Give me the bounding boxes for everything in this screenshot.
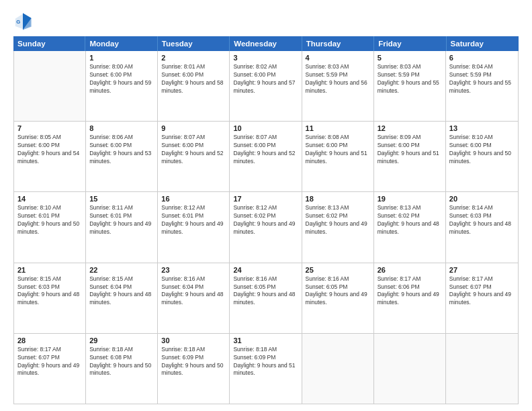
day-cell-28: 28 Sunrise: 8:17 AM Sunset: 6:07 PM Dayl… xyxy=(14,334,86,404)
day-info: Sunrise: 8:16 AM Sunset: 6:04 PM Dayligh… xyxy=(161,275,226,308)
day-cell-9: 9 Sunrise: 8:07 AM Sunset: 6:00 PM Dayli… xyxy=(158,122,230,191)
day-info: Sunrise: 8:02 AM Sunset: 6:00 PM Dayligh… xyxy=(233,63,298,95)
calendar: SundayMondayTuesdayWednesdayThursdayFrid… xyxy=(13,36,519,404)
header-day-monday: Monday xyxy=(85,36,157,51)
day-number: 23 xyxy=(161,266,226,274)
header-day-tuesday: Tuesday xyxy=(158,36,230,51)
day-number: 24 xyxy=(233,266,298,274)
day-cell-6: 6 Sunrise: 8:04 AM Sunset: 5:59 PM Dayli… xyxy=(446,51,518,121)
day-info: Sunrise: 8:03 AM Sunset: 5:59 PM Dayligh… xyxy=(306,63,370,95)
day-cell-20: 20 Sunrise: 8:14 AM Sunset: 6:03 PM Dayl… xyxy=(446,192,518,262)
day-cell-5: 5 Sunrise: 8:03 AM Sunset: 5:59 PM Dayli… xyxy=(374,51,446,121)
day-info: Sunrise: 8:12 AM Sunset: 6:02 PM Dayligh… xyxy=(233,204,298,236)
calendar-row-3: 14 Sunrise: 8:10 AM Sunset: 6:01 PM Dayl… xyxy=(14,192,518,263)
day-number: 22 xyxy=(89,266,154,274)
day-number: 28 xyxy=(17,336,82,345)
day-number: 21 xyxy=(17,266,82,274)
day-cell-30: 30 Sunrise: 8:18 AM Sunset: 6:09 PM Dayl… xyxy=(158,334,230,404)
day-info: Sunrise: 8:10 AM Sunset: 6:00 PM Dayligh… xyxy=(449,134,515,166)
day-number: 29 xyxy=(89,336,154,345)
header-day-friday: Friday xyxy=(374,36,446,51)
day-number: 3 xyxy=(233,54,298,62)
day-info: Sunrise: 8:09 AM Sunset: 6:00 PM Dayligh… xyxy=(378,134,442,166)
day-info: Sunrise: 8:15 AM Sunset: 6:04 PM Dayligh… xyxy=(89,275,154,308)
calendar-row-1: 1 Sunrise: 8:00 AM Sunset: 6:00 PM Dayli… xyxy=(14,51,518,122)
day-info: Sunrise: 8:17 AM Sunset: 6:06 PM Dayligh… xyxy=(378,275,442,308)
day-number: 9 xyxy=(161,124,226,132)
day-cell-27: 27 Sunrise: 8:17 AM Sunset: 6:07 PM Dayl… xyxy=(446,263,518,333)
day-cell-19: 19 Sunrise: 8:13 AM Sunset: 6:02 PM Dayl… xyxy=(374,192,446,262)
day-number: 18 xyxy=(306,195,370,203)
day-cell-11: 11 Sunrise: 8:08 AM Sunset: 6:00 PM Dayl… xyxy=(302,122,374,191)
day-info: Sunrise: 8:05 AM Sunset: 6:00 PM Dayligh… xyxy=(17,134,82,166)
day-cell-14: 14 Sunrise: 8:10 AM Sunset: 6:01 PM Dayl… xyxy=(14,192,86,262)
day-cell-18: 18 Sunrise: 8:13 AM Sunset: 6:02 PM Dayl… xyxy=(302,192,374,262)
day-cell-2: 2 Sunrise: 8:01 AM Sunset: 6:00 PM Dayli… xyxy=(158,51,230,121)
day-cell-13: 13 Sunrise: 8:10 AM Sunset: 6:00 PM Dayl… xyxy=(446,122,518,191)
page: G SundayMondayTuesdayWednesdayThursdayFr… xyxy=(0,0,532,411)
calendar-body: 1 Sunrise: 8:00 AM Sunset: 6:00 PM Dayli… xyxy=(13,51,519,404)
day-number: 30 xyxy=(161,336,226,345)
day-number: 6 xyxy=(449,54,515,62)
day-number: 7 xyxy=(17,124,82,132)
day-number: 8 xyxy=(89,124,154,132)
day-info: Sunrise: 8:07 AM Sunset: 6:00 PM Dayligh… xyxy=(161,134,226,166)
day-info: Sunrise: 8:13 AM Sunset: 6:02 PM Dayligh… xyxy=(306,204,370,236)
day-cell-12: 12 Sunrise: 8:09 AM Sunset: 6:00 PM Dayl… xyxy=(374,122,446,191)
day-info: Sunrise: 8:17 AM Sunset: 6:07 PM Dayligh… xyxy=(449,275,515,308)
day-info: Sunrise: 8:08 AM Sunset: 6:00 PM Dayligh… xyxy=(306,134,370,166)
day-cell-16: 16 Sunrise: 8:12 AM Sunset: 6:01 PM Dayl… xyxy=(158,192,230,262)
header-day-wednesday: Wednesday xyxy=(230,36,302,51)
day-number: 16 xyxy=(161,195,226,203)
day-number: 11 xyxy=(306,124,370,132)
day-info: Sunrise: 8:04 AM Sunset: 5:59 PM Dayligh… xyxy=(449,63,515,95)
day-info: Sunrise: 8:07 AM Sunset: 6:00 PM Dayligh… xyxy=(233,134,298,166)
day-info: Sunrise: 8:06 AM Sunset: 6:00 PM Dayligh… xyxy=(89,134,154,166)
logo: G xyxy=(13,12,35,31)
calendar-row-4: 21 Sunrise: 8:15 AM Sunset: 6:03 PM Dayl… xyxy=(14,263,518,334)
day-number: 20 xyxy=(449,195,515,203)
day-cell-10: 10 Sunrise: 8:07 AM Sunset: 6:00 PM Dayl… xyxy=(230,122,302,191)
day-number: 25 xyxy=(306,266,370,274)
calendar-row-2: 7 Sunrise: 8:05 AM Sunset: 6:00 PM Dayli… xyxy=(14,122,518,192)
day-cell-29: 29 Sunrise: 8:18 AM Sunset: 6:08 PM Dayl… xyxy=(86,334,158,404)
day-cell-15: 15 Sunrise: 8:11 AM Sunset: 6:01 PM Dayl… xyxy=(86,192,158,262)
day-cell-8: 8 Sunrise: 8:06 AM Sunset: 6:00 PM Dayli… xyxy=(86,122,158,191)
day-info: Sunrise: 8:15 AM Sunset: 6:03 PM Dayligh… xyxy=(17,275,82,308)
day-number: 12 xyxy=(378,124,442,132)
day-info: Sunrise: 8:14 AM Sunset: 6:03 PM Dayligh… xyxy=(449,204,515,236)
header: G xyxy=(13,12,519,31)
day-cell-4: 4 Sunrise: 8:03 AM Sunset: 5:59 PM Dayli… xyxy=(302,51,374,121)
day-info: Sunrise: 8:13 AM Sunset: 6:02 PM Dayligh… xyxy=(378,204,442,236)
empty-cell xyxy=(374,334,446,404)
header-day-saturday: Saturday xyxy=(447,36,519,51)
day-info: Sunrise: 8:17 AM Sunset: 6:07 PM Dayligh… xyxy=(17,346,82,378)
day-cell-23: 23 Sunrise: 8:16 AM Sunset: 6:04 PM Dayl… xyxy=(158,263,230,333)
day-info: Sunrise: 8:18 AM Sunset: 6:09 PM Dayligh… xyxy=(161,346,226,378)
day-number: 14 xyxy=(17,195,82,203)
day-number: 26 xyxy=(378,266,442,274)
day-number: 2 xyxy=(161,54,226,62)
day-number: 31 xyxy=(233,336,298,345)
day-number: 10 xyxy=(233,124,298,132)
empty-cell xyxy=(302,334,374,404)
day-number: 13 xyxy=(449,124,515,132)
day-info: Sunrise: 8:12 AM Sunset: 6:01 PM Dayligh… xyxy=(161,204,226,236)
day-cell-21: 21 Sunrise: 8:15 AM Sunset: 6:03 PM Dayl… xyxy=(14,263,86,333)
day-info: Sunrise: 8:01 AM Sunset: 6:00 PM Dayligh… xyxy=(161,63,226,95)
empty-cell xyxy=(14,51,86,121)
svg-text:G: G xyxy=(16,19,20,25)
day-cell-22: 22 Sunrise: 8:15 AM Sunset: 6:04 PM Dayl… xyxy=(86,263,158,333)
day-cell-17: 17 Sunrise: 8:12 AM Sunset: 6:02 PM Dayl… xyxy=(230,192,302,262)
day-info: Sunrise: 8:16 AM Sunset: 6:05 PM Dayligh… xyxy=(233,275,298,308)
empty-cell xyxy=(446,334,518,404)
day-cell-3: 3 Sunrise: 8:02 AM Sunset: 6:00 PM Dayli… xyxy=(230,51,302,121)
calendar-header: SundayMondayTuesdayWednesdayThursdayFrid… xyxy=(13,36,519,51)
day-cell-25: 25 Sunrise: 8:16 AM Sunset: 6:05 PM Dayl… xyxy=(302,263,374,333)
day-cell-7: 7 Sunrise: 8:05 AM Sunset: 6:00 PM Dayli… xyxy=(14,122,86,191)
header-day-sunday: Sunday xyxy=(13,36,85,51)
logo-icon: G xyxy=(13,12,32,31)
day-number: 27 xyxy=(449,266,515,274)
header-day-thursday: Thursday xyxy=(302,36,374,51)
day-cell-26: 26 Sunrise: 8:17 AM Sunset: 6:06 PM Dayl… xyxy=(374,263,446,333)
